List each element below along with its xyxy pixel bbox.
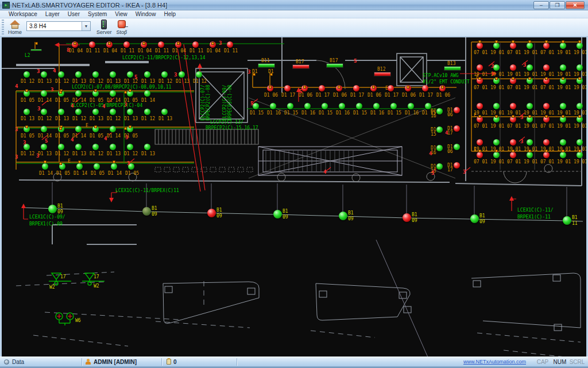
status-lamp[interactable] <box>161 109 168 115</box>
status-lamp[interactable] <box>543 43 550 49</box>
emergency-light-lamp[interactable] <box>563 216 571 225</box>
minimize-button[interactable]: – <box>533 1 549 9</box>
status-lamp[interactable] <box>477 43 483 49</box>
status-lamp[interactable] <box>577 152 583 158</box>
status-lamp[interactable] <box>75 109 82 115</box>
toolbar-grip[interactable] <box>2 20 4 36</box>
status-lamp[interactable] <box>253 103 259 109</box>
status-lamp[interactable] <box>24 109 30 115</box>
status-lamp[interactable] <box>127 144 133 150</box>
status-lamp[interactable] <box>543 64 550 71</box>
status-data-panel[interactable]: Data <box>0 359 82 365</box>
close-button[interactable]: ✕ <box>566 1 585 9</box>
status-lamp[interactable] <box>422 85 428 91</box>
status-lamp[interactable] <box>493 103 500 109</box>
status-lamp[interactable] <box>493 43 500 49</box>
status-lamp[interactable] <box>75 144 82 150</box>
status-lamp[interactable] <box>454 107 460 113</box>
floor-plan-canvas[interactable]: D1 04D1 11D1 04D1 11D1 04D1 11D1 04D1 11… <box>2 37 586 356</box>
status-lamp[interactable] <box>75 71 82 78</box>
view-selector[interactable]: 3.8 H4 ▼ <box>26 21 91 31</box>
status-lamp[interactable] <box>436 145 443 151</box>
status-lamp[interactable] <box>304 103 311 109</box>
status-lamp[interactable] <box>510 64 516 71</box>
status-lamp[interactable] <box>110 144 116 150</box>
menu-view[interactable]: View <box>111 10 131 18</box>
status-bar-lamp[interactable] <box>258 63 275 68</box>
status-lamp[interactable] <box>560 139 566 145</box>
status-lamp[interactable] <box>543 139 550 145</box>
status-user-panel[interactable]: ADMIN [ADMIN] <box>82 359 161 365</box>
status-bar-lamp[interactable] <box>326 63 343 68</box>
maximize-button[interactable]: ❐ <box>550 1 565 9</box>
status-lamp[interactable] <box>127 71 133 78</box>
status-lamp[interactable] <box>477 152 483 158</box>
status-lamp[interactable] <box>436 163 443 170</box>
status-lamp[interactable] <box>577 139 583 145</box>
status-lamp[interactable] <box>436 108 443 114</box>
status-lamp[interactable] <box>527 64 533 71</box>
status-lamp[interactable] <box>510 103 516 109</box>
status-lamp[interactable] <box>144 144 150 150</box>
status-lamp[interactable] <box>287 103 293 109</box>
status-lamp[interactable] <box>543 103 550 109</box>
status-lamp[interactable] <box>58 71 64 78</box>
title-bar[interactable]: ▸ NETxLAB.SMARTVOYAGER EDITOR - IKEA - [… <box>0 0 588 10</box>
emergency-light-lamp[interactable] <box>273 210 282 218</box>
status-bar-lamp[interactable] <box>374 72 391 76</box>
status-lamp[interactable] <box>454 144 460 150</box>
status-lamp[interactable] <box>390 103 397 109</box>
status-lamp[interactable] <box>454 162 460 168</box>
status-lamp[interactable] <box>477 139 483 145</box>
status-lamp[interactable] <box>319 85 325 91</box>
status-lamp[interactable] <box>577 43 583 49</box>
status-bar-lamp[interactable] <box>30 49 42 51</box>
status-lamp[interactable] <box>560 103 566 109</box>
emergency-light-lamp[interactable] <box>339 212 347 220</box>
menu-system[interactable]: System <box>84 10 111 18</box>
status-lamp[interactable] <box>24 71 30 78</box>
toolbar-overflow-button[interactable]: ⌄ <box>124 26 128 32</box>
status-lamp[interactable] <box>373 103 380 109</box>
status-lamp[interactable] <box>353 85 359 91</box>
status-lamp[interactable] <box>477 103 483 109</box>
status-lamp[interactable] <box>227 41 233 48</box>
emergency-light-lamp[interactable] <box>142 207 151 216</box>
status-lamp[interactable] <box>41 126 47 132</box>
status-lamp[interactable] <box>270 103 276 109</box>
menu-user[interactable]: User <box>64 10 84 18</box>
status-lamp[interactable] <box>76 163 83 170</box>
status-lamp[interactable] <box>94 163 100 170</box>
status-lamp[interactable] <box>58 109 64 115</box>
status-lamp[interactable] <box>127 109 133 115</box>
status-lamp[interactable] <box>110 71 116 78</box>
status-lamp[interactable] <box>144 90 150 97</box>
status-lamp[interactable] <box>560 64 566 71</box>
status-lamp[interactable] <box>527 152 533 158</box>
home-button[interactable]: Home <box>6 19 24 36</box>
status-lamp[interactable] <box>560 152 566 158</box>
status-lamp[interactable] <box>58 144 64 150</box>
status-lamp[interactable] <box>493 64 500 71</box>
status-lamp[interactable] <box>92 109 99 115</box>
menu-workspace[interactable]: Workspace <box>5 10 41 18</box>
status-lamp[interactable] <box>144 109 150 115</box>
status-lamp[interactable] <box>42 163 48 170</box>
server-button[interactable]: Server <box>94 19 114 36</box>
status-lamp[interactable] <box>92 144 99 150</box>
status-lamp[interactable] <box>192 41 199 48</box>
status-lamp[interactable] <box>123 41 130 48</box>
status-lamp[interactable] <box>436 126 443 133</box>
status-lamp[interactable] <box>284 85 291 91</box>
status-lamp[interactable] <box>493 152 500 158</box>
status-lamp[interactable] <box>356 103 362 109</box>
status-lamp[interactable] <box>161 71 168 78</box>
status-lamp[interactable] <box>527 103 533 109</box>
status-lamp[interactable] <box>560 43 566 49</box>
status-lamp[interactable] <box>388 85 394 91</box>
status-bar-lamp[interactable] <box>292 64 310 69</box>
status-count-panel[interactable]: 0 <box>162 359 237 365</box>
status-lamp[interactable] <box>110 126 116 132</box>
emergency-light-lamp[interactable] <box>470 214 479 223</box>
status-lamp[interactable] <box>144 71 150 78</box>
